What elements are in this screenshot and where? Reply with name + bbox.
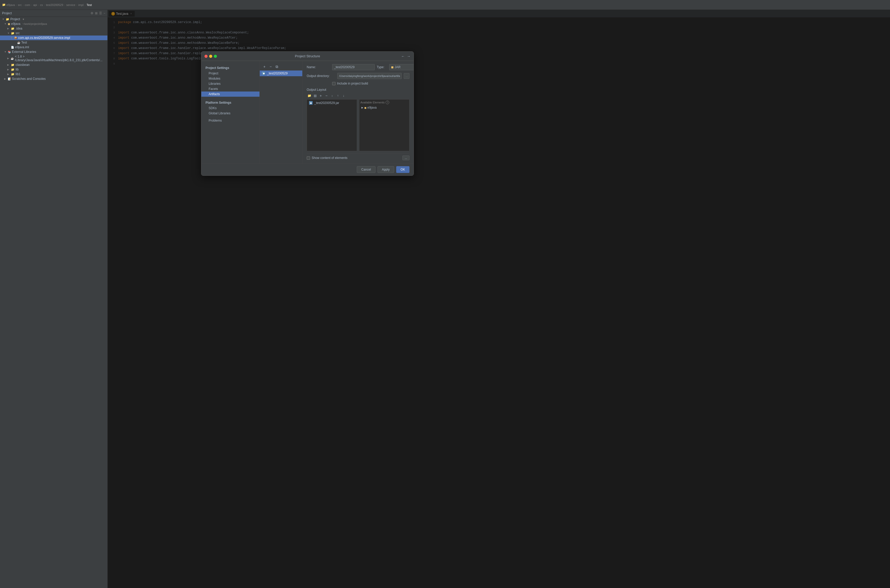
tree-item-e9java[interactable]: ▼ ◼ e9java ~/work/project/e9java	[0, 21, 107, 26]
settings-icon[interactable]: ☰	[99, 11, 102, 15]
editor-area: T Test.java × 1 package com.api.cs.test2…	[108, 10, 890, 588]
project-settings-header: Project Settings	[201, 65, 260, 71]
output-remove-btn[interactable]: −	[324, 93, 329, 98]
add-artifact-btn[interactable]: +	[262, 64, 267, 69]
name-input[interactable]	[332, 64, 375, 70]
minimize-window-btn[interactable]	[209, 55, 212, 58]
nav-item-problems[interactable]: Problems	[201, 118, 260, 123]
close-window-btn[interactable]	[204, 55, 207, 58]
tree-item-lib[interactable]: ▶ 📁 lib	[0, 67, 107, 72]
remove-artifact-btn[interactable]: −	[268, 64, 273, 69]
nav-item-sdks[interactable]: SDKs	[201, 105, 260, 111]
artifacts-list-panel: + − ⧉ ◼ _test20200529	[260, 61, 302, 164]
nav-item-modules[interactable]: Modules	[201, 76, 260, 81]
nav-item-artifacts[interactable]: Artifacts	[201, 92, 260, 97]
available-elements-label: Available Elements ?	[361, 100, 408, 104]
sidebar-title: Project	[2, 11, 12, 15]
output-list-btn[interactable]: ▤	[313, 93, 317, 98]
tree-item-external-libs[interactable]: ▼ 📚 External Libraries	[0, 50, 107, 54]
output-sort-btn[interactable]: ↕	[329, 93, 335, 98]
bc-impl[interactable]: impl	[78, 3, 84, 6]
artifact-jar-icon: ◼	[262, 72, 265, 75]
maximize-window-btn[interactable]	[214, 55, 217, 58]
show-content-row: Show content of elements ...	[307, 153, 409, 160]
tree-item-lib1[interactable]: ▶ 📁 lib1	[0, 72, 107, 76]
output-dir-label: Output directory:	[307, 74, 335, 78]
dialog-title: Project Structure	[295, 54, 320, 58]
jar-output-item[interactable]: ◼ _test20200529.jar	[308, 100, 356, 105]
available-elements-panel: Available Elements ? ▶ ◼ e9java	[359, 99, 409, 151]
artifact-config-panel: Name: Type: ◼ JAR ▼ Output directory:	[302, 61, 413, 164]
help-icon[interactable]: ?	[386, 100, 389, 104]
output-add-btn[interactable]: +	[318, 93, 323, 98]
ok-button[interactable]: OK	[396, 166, 409, 173]
dialog-title-bar: Project Structure ← →	[201, 52, 413, 61]
name-label: Name:	[307, 65, 330, 69]
include-build-label: Include in project build	[337, 82, 368, 85]
output-layout-body: ◼ _test20200529.jar Available Elements ?	[307, 99, 409, 151]
dialog-footer: Cancel Apply OK	[201, 164, 413, 176]
breadcrumb: 📁 e9java › src › com › api › cs › test20…	[2, 3, 92, 6]
bc-e9java[interactable]: 📁 e9java	[2, 3, 15, 6]
dialog-body: Project Settings Project Modules Librari…	[201, 61, 413, 164]
main-layout: Project ⚙ ⊞ ☰ − ▼ 📁 Project ▼ ▼ ◼ e9java…	[0, 10, 890, 588]
nav-item-libraries[interactable]: Libraries	[201, 81, 260, 86]
bc-api[interactable]: api	[33, 3, 37, 6]
forward-icon[interactable]: →	[407, 54, 410, 58]
tree-item-iml[interactable]: 📄 e9java.iml	[0, 45, 107, 50]
artifacts-toolbar: + − ⧉	[260, 63, 302, 70]
include-build-checkbox[interactable]	[332, 82, 335, 85]
bc-test20200529[interactable]: test20200529	[46, 3, 63, 6]
title-bar: 📁 e9java › src › com › api › cs › test20…	[0, 0, 890, 10]
expand-btn-e9java[interactable]: ▶	[361, 106, 363, 109]
available-tree-item-e9java[interactable]: ▶ ◼ e9java	[361, 105, 408, 110]
bc-src[interactable]: src	[18, 3, 22, 6]
nav-item-global-libraries[interactable]: Global Libraries	[201, 111, 260, 116]
output-dir-input[interactable]	[337, 73, 402, 79]
tree-item-idea[interactable]: ▶ 📁 .idea	[0, 26, 107, 31]
tree-item-classbean[interactable]: ▶ 📁 classbean	[0, 63, 107, 67]
project-sidebar: Project ⚙ ⊞ ☰ − ▼ 📁 Project ▼ ▼ ◼ e9java…	[0, 10, 108, 588]
show-content-label: Show content of elements	[312, 156, 347, 160]
tree-item-package[interactable]: ▼ 📦 com.api.cs.test20200529.service.impl	[0, 36, 107, 40]
gear-icon[interactable]: ⚙	[90, 11, 93, 15]
type-select[interactable]: ◼ JAR ▼	[389, 64, 413, 70]
bc-cs[interactable]: cs	[40, 3, 43, 6]
output-tree-panel: ◼ _test20200529.jar	[307, 99, 357, 151]
output-up-btn[interactable]: ↑	[335, 93, 340, 98]
nav-item-project[interactable]: Project	[201, 71, 260, 76]
output-layout-header: Output Layout	[307, 88, 409, 92]
show-content-checkbox[interactable]	[307, 156, 310, 160]
platform-settings-header: Platform Settings	[201, 100, 260, 105]
output-down-btn[interactable]: ↓	[341, 93, 346, 98]
sidebar-actions: ⚙ ⊞ ☰ −	[90, 11, 105, 15]
cancel-button[interactable]: Cancel	[357, 166, 375, 173]
output-dir-field-row: Output directory: …	[307, 73, 409, 79]
jar-type-icon: ◼	[391, 65, 394, 69]
nav-divider-2	[201, 116, 260, 118]
apply-button[interactable]: Apply	[377, 166, 394, 173]
bc-service[interactable]: service	[66, 3, 75, 6]
name-field-row: Name: Type: ◼ JAR ▼	[307, 64, 409, 70]
bc-com[interactable]: com	[25, 3, 30, 6]
copy-artifact-btn[interactable]: ⧉	[274, 64, 280, 69]
nav-item-facets[interactable]: Facets	[201, 86, 260, 92]
close-sidebar-icon[interactable]: −	[104, 11, 105, 15]
browse-dir-btn[interactable]: …	[404, 73, 409, 79]
dialog-overlay: Project Structure ← → Project Settings P…	[108, 10, 890, 588]
output-folder-btn[interactable]: 📁	[307, 93, 312, 98]
bc-test[interactable]: Test	[87, 3, 92, 6]
tree-item-src[interactable]: ▼ 📁 src	[0, 31, 107, 36]
sidebar-header: Project ⚙ ⊞ ☰ −	[0, 10, 107, 17]
tree-item-project[interactable]: ▼ 📁 Project ▼	[0, 17, 107, 21]
type-label: Type:	[377, 65, 387, 69]
layout-icon[interactable]: ⊞	[95, 11, 98, 15]
tree-item-scratches[interactable]: ▶ 📝 Scratches and Consoles	[0, 76, 107, 81]
nav-divider	[201, 97, 260, 99]
tree-item-test-class[interactable]: ☕ Test	[0, 40, 107, 45]
include-build-row: Include in project build	[307, 82, 409, 85]
tree-item-jdk[interactable]: ▶ ☕ < 1.8 > /Library/Java/JavaVirtualMac…	[0, 54, 107, 63]
artifact-item-test20200529[interactable]: ◼ _test20200529	[260, 70, 302, 76]
more-options-btn[interactable]: ...	[403, 156, 409, 160]
back-icon[interactable]: ←	[401, 54, 405, 58]
